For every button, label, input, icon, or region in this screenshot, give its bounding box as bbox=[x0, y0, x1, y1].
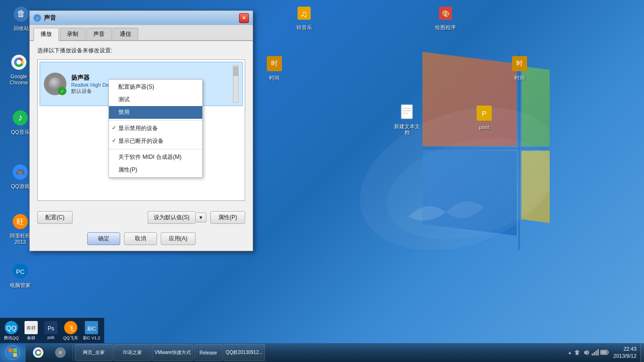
bottom-icon-qq[interactable]: QQ 腾讯QQ bbox=[4, 320, 19, 341]
svg-text:QQ: QQ bbox=[6, 324, 17, 332]
taskbar-item-4-label: Release bbox=[199, 350, 217, 355]
newtext-icon bbox=[397, 103, 416, 122]
tab-playback[interactable]: 播放 bbox=[33, 28, 59, 41]
taskbar-sound-icon bbox=[54, 346, 67, 359]
svg-rect-34 bbox=[8, 353, 12, 357]
dialog-close-button[interactable]: × bbox=[239, 13, 249, 23]
svg-text:飞: 飞 bbox=[68, 325, 74, 332]
taskbar-item-1-label: 网页_全家 bbox=[83, 349, 105, 356]
taskbar-item-3-label: VMware快捷方式 bbox=[155, 349, 191, 356]
aliwangwang-icon: 旺 bbox=[11, 212, 30, 231]
windows-start-icon bbox=[5, 345, 20, 360]
qq-icon: QQ bbox=[4, 320, 19, 335]
bottom-icon-qqflight[interactable]: 飞 QQ飞车 bbox=[63, 320, 78, 341]
svg-rect-35 bbox=[13, 353, 17, 357]
system-clock[interactable]: 22:43 2013/9/12 bbox=[610, 346, 640, 360]
dialog-tabs: 播放 录制 声音 通信 bbox=[30, 25, 253, 41]
taskbar-chrome[interactable] bbox=[27, 344, 49, 361]
taskbar-item-1[interactable]: 网页_全家 bbox=[75, 344, 113, 361]
menu-show-disconnected[interactable]: 显示已断开的设备 bbox=[109, 135, 202, 148]
qqgame-icon: 🎮 bbox=[11, 163, 30, 181]
time1-icon: 时 bbox=[265, 54, 284, 73]
svg-rect-44 bbox=[595, 351, 597, 355]
svg-point-41 bbox=[59, 351, 62, 354]
ok-button[interactable]: 确定 bbox=[87, 232, 120, 245]
svg-point-31 bbox=[6, 346, 20, 360]
taskbar-sound[interactable] bbox=[50, 344, 71, 361]
taskbar-item-5-label: QQ群20130912... bbox=[226, 349, 263, 356]
lightmusic-label: 轻音乐 bbox=[297, 25, 312, 31]
dialog-title-left: ♪ 声音 bbox=[33, 14, 56, 22]
dialog-description: 选择以下播放设备来修改设置: bbox=[37, 47, 245, 55]
qqmusic-label: QQ音乐 bbox=[11, 129, 29, 135]
chungeng-icon: 春耕 bbox=[24, 320, 39, 335]
taskbar-pinned bbox=[25, 344, 73, 361]
svg-rect-42 bbox=[592, 354, 593, 355]
svg-rect-47 bbox=[608, 351, 609, 354]
bottom-quick-launch: QQ 腾讯QQ 春耕 春耕 Ps psb 飞 QQ飞车 bbox=[0, 318, 104, 343]
svg-text:P: P bbox=[482, 110, 486, 117]
svg-text:时: 时 bbox=[516, 59, 523, 67]
menu-about-midi[interactable]: 关于软件 MIDI 合成器(M) bbox=[109, 151, 202, 164]
bottom-psb-label: psb bbox=[48, 335, 55, 340]
svg-point-38 bbox=[36, 351, 40, 354]
dialog-footer: 配置(C) 设为默认值(S) ▼ 属性(P) bbox=[30, 206, 253, 229]
taskbar-item-5[interactable]: QQ群20130912... bbox=[223, 344, 265, 361]
taskbar-item-2-label: 印花之家 bbox=[123, 349, 142, 356]
system-tray: ▲ bbox=[568, 349, 610, 356]
desktop-icon-newtext[interactable]: 新建文本文 档 bbox=[390, 103, 423, 136]
configure-button[interactable]: 配置(C) bbox=[37, 211, 73, 224]
network-tray-icon bbox=[573, 349, 581, 356]
apply-button[interactable]: 应用(A) bbox=[161, 232, 196, 245]
svg-text:刷C: 刷C bbox=[87, 326, 96, 331]
clock-time: 22:43 bbox=[613, 346, 636, 353]
tab-record[interactable]: 录制 bbox=[60, 28, 85, 40]
svg-text:PC: PC bbox=[16, 268, 25, 275]
context-menu: 配置扬声器(S) 测试 禁用 显示禁用的设备 显示已断开的设备 关于软件 MID… bbox=[108, 79, 203, 178]
tray-expand-button[interactable]: ▲ bbox=[568, 350, 572, 355]
taskbar-item-3[interactable]: VMware快捷方式 bbox=[152, 344, 193, 361]
svg-text:♪: ♪ bbox=[18, 112, 23, 123]
bottom-chungeng-label: 春耕 bbox=[27, 335, 35, 341]
set-default-dropdown[interactable]: ▼ bbox=[195, 213, 206, 222]
bottom-icon-sc[interactable]: 刷C 刷C V1.2 bbox=[83, 320, 100, 341]
bottom-icon-psb[interactable]: Ps psb bbox=[43, 320, 58, 341]
menu-show-disabled[interactable]: 显示禁用的设备 bbox=[109, 122, 202, 135]
menu-separator-2 bbox=[109, 149, 202, 149]
menu-configure-speaker[interactable]: 配置扬声器(S) bbox=[109, 81, 202, 93]
sound-dialog-icon: ♪ bbox=[33, 14, 41, 22]
svg-text:时: 时 bbox=[271, 59, 278, 67]
speaker-tray-icon[interactable] bbox=[582, 349, 590, 356]
bottom-icon-chungeng[interactable]: 春耕 春耕 bbox=[24, 320, 39, 341]
bottom-sc-label: 刷C V1.2 bbox=[83, 335, 100, 341]
set-default-button[interactable]: 设为默认值(S) bbox=[148, 211, 195, 224]
desktop-icon-time1[interactable]: 时 时间 bbox=[258, 54, 291, 81]
menu-properties[interactable]: 属性(P) bbox=[109, 164, 202, 176]
svg-text:旺: 旺 bbox=[17, 218, 24, 226]
desktop-icon-lightmusic[interactable]: ♫ 轻音乐 bbox=[288, 4, 321, 31]
taskbar-item-2[interactable]: 印花之家 bbox=[114, 344, 151, 361]
desktop-icon-time2[interactable]: 时 时间 bbox=[503, 54, 536, 81]
paint-label: 绘图程序 bbox=[435, 25, 456, 31]
desktop-icon-print[interactable]: P print bbox=[468, 104, 501, 131]
pcmgr-label: 电脑管家 bbox=[10, 282, 31, 288]
properties-button[interactable]: 属性(P) bbox=[210, 211, 245, 224]
tab-communication[interactable]: 通信 bbox=[113, 28, 138, 40]
battery-tray-icon bbox=[600, 349, 610, 356]
menu-test[interactable]: 测试 bbox=[109, 93, 202, 106]
taskbar: 网页_全家 印花之家 VMware快捷方式 Release QQ群2013091… bbox=[0, 343, 644, 362]
dialog-titlebar: ♪ 声音 × bbox=[30, 11, 253, 25]
taskbar-item-4[interactable]: Release bbox=[194, 344, 223, 361]
desktop-icon-paint[interactable]: 🎨 绘图程序 bbox=[429, 4, 462, 31]
device-list-scrollbar[interactable] bbox=[233, 65, 239, 103]
show-desktop-button[interactable] bbox=[640, 343, 644, 362]
signal-tray-icon bbox=[591, 349, 599, 356]
chrome-icon bbox=[9, 53, 28, 72]
tab-sound[interactable]: 声音 bbox=[86, 28, 112, 40]
dialog-title-text: 声音 bbox=[44, 14, 56, 22]
desktop-icon-pcmgr[interactable]: PC 电脑管家 bbox=[4, 262, 37, 288]
print-label: print bbox=[479, 124, 489, 131]
menu-disable[interactable]: 禁用 bbox=[109, 106, 202, 119]
start-button[interactable] bbox=[0, 343, 25, 362]
cancel-button[interactable]: 取消 bbox=[124, 232, 157, 245]
